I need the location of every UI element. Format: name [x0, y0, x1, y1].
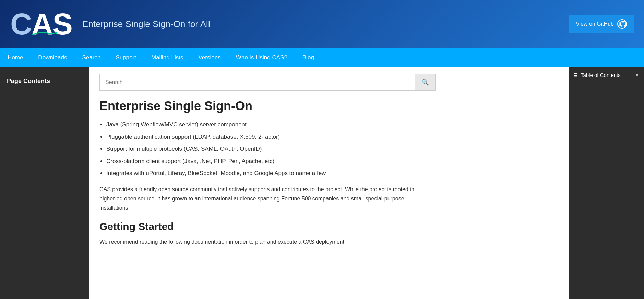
header-left: CAS Enterprise Single Sign-On for All — [10, 9, 210, 39]
list-item: Support for multiple protocols (CAS, SAM… — [106, 145, 558, 153]
getting-started-title: Getting Started — [99, 221, 558, 232]
github-button-label: View on GitHub — [576, 21, 614, 27]
cas-logo: CAS — [10, 9, 72, 39]
main-content: 🔍 Enterprise Single Sign-On Java (Spring… — [89, 67, 569, 299]
chevron-down-icon: ▼ — [635, 73, 639, 78]
list-item: Java (Spring Webflow/MVC servlet) server… — [106, 120, 558, 129]
toc-icon: ☰ — [573, 72, 578, 78]
svg-marker-0 — [56, 32, 58, 34]
page-contents-title: Page Contents — [0, 74, 89, 89]
nav-item-mailing-lists[interactable]: Mailing Lists — [144, 48, 191, 67]
nav-item-downloads[interactable]: Downloads — [31, 48, 74, 67]
left-sidebar: Page Contents — [0, 67, 89, 299]
list-item: Pluggable authentication support (LDAP, … — [106, 133, 558, 141]
page-layout: Page Contents 🔍 Enterprise Single Sign-O… — [0, 67, 644, 299]
github-button[interactable]: View on GitHub  — [569, 15, 634, 33]
nav-item-support[interactable]: Support — [108, 48, 144, 67]
search-icon: 🔍 — [421, 79, 429, 86]
nav-item-versions[interactable]: Versions — [191, 48, 228, 67]
search-submit-button[interactable]: 🔍 — [415, 74, 435, 90]
toc-toggle[interactable]: ☰ Table of Contents ▼ — [569, 67, 644, 83]
site-tagline: Enterprise Single Sign-On for All — [82, 19, 210, 30]
getting-started-paragraph: We recommend reading the following docum… — [99, 237, 429, 246]
site-header: CAS Enterprise Single Sign-On for All Vi… — [0, 0, 644, 48]
logo-swoosh — [31, 30, 58, 36]
nav-item-who-is-using[interactable]: Who Is Using CAS? — [228, 48, 295, 67]
nav-item-blog[interactable]: Blog — [295, 48, 322, 67]
intro-paragraph: CAS provides a friendly open source comm… — [99, 185, 429, 213]
site-nav: Home Downloads Search Support Mailing Li… — [0, 48, 644, 67]
list-item: Integrates with uPortal, Liferay, BlueSo… — [106, 169, 558, 178]
search-bar-container: 🔍 — [99, 74, 436, 91]
list-item: Cross-platform client support (Java, .Ne… — [106, 157, 558, 166]
search-input[interactable] — [100, 74, 415, 90]
article-title: Enterprise Single Sign-On — [99, 99, 558, 113]
toc-label: Table of Contents — [581, 72, 621, 78]
feature-list: Java (Spring Webflow/MVC servlet) server… — [106, 120, 558, 178]
toc-header-left: ☰ Table of Contents — [573, 72, 621, 78]
github-icon:  — [617, 19, 627, 29]
nav-item-home[interactable]: Home — [0, 48, 31, 67]
right-sidebar: ☰ Table of Contents ▼ — [569, 67, 644, 299]
nav-item-search[interactable]: Search — [74, 48, 108, 67]
